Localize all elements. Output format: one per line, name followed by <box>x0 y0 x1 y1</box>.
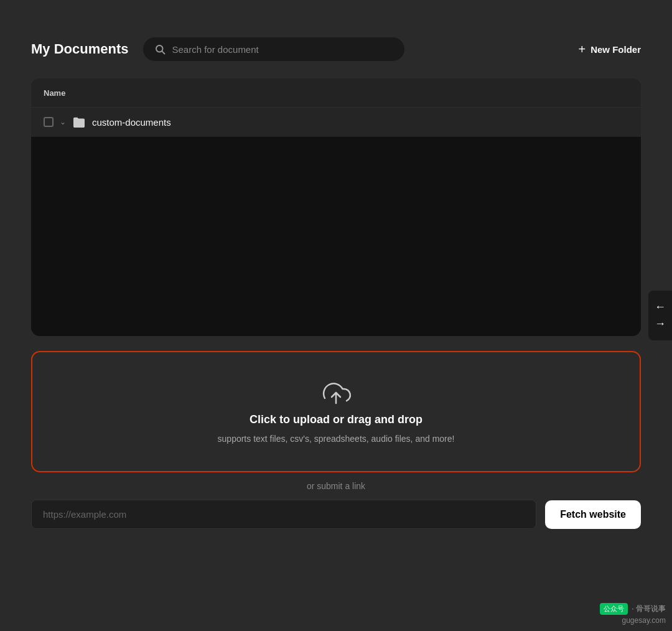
upload-dropzone[interactable]: Click to upload or drag and drop support… <box>35 355 637 469</box>
chevron-down-icon[interactable]: ⌄ <box>60 118 66 126</box>
arrow-right-icon[interactable]: → <box>655 317 666 330</box>
watermark-text1: · 骨哥说事 <box>632 604 666 614</box>
folder-icon <box>72 116 86 128</box>
page-header: My Documents Search for document + New F… <box>31 37 641 61</box>
wechat-badge: 公众号 <box>600 603 628 615</box>
file-browser-header: Name <box>31 78 641 108</box>
watermark-line1: 公众号 · 骨哥说事 <box>600 603 666 615</box>
search-bar[interactable]: Search for document <box>143 37 404 61</box>
new-folder-button[interactable]: + New Folder <box>578 42 641 57</box>
upload-title: Click to upload or drag and drop <box>250 413 422 426</box>
or-divider: or submit a link <box>31 481 641 491</box>
file-browser: Name ⌄ custom-documents <box>31 78 641 336</box>
svg-line-1 <box>162 51 165 54</box>
url-input[interactable] <box>31 500 536 529</box>
search-icon <box>154 44 166 55</box>
upload-cloud-icon <box>320 380 352 406</box>
watermark-line2: gugesay.com <box>622 616 666 625</box>
upload-area-wrapper: Click to upload or drag and drop support… <box>31 351 641 472</box>
folder-checkbox[interactable] <box>44 117 54 127</box>
new-folder-label: New Folder <box>590 44 641 55</box>
upload-subtitle: supports text files, csv's, spreadsheets… <box>218 434 455 444</box>
search-input-placeholder: Search for document <box>172 44 258 55</box>
file-browser-empty-area <box>31 137 641 336</box>
upload-section: Click to upload or drag and drop support… <box>31 351 641 529</box>
page-title: My Documents <box>31 41 128 57</box>
watermark: 公众号 · 骨哥说事 gugesay.com <box>600 603 666 625</box>
column-name-label: Name <box>44 88 65 98</box>
fetch-website-button[interactable]: Fetch website <box>545 500 641 529</box>
plus-icon: + <box>578 42 586 57</box>
folder-name-label: custom-documents <box>92 117 171 128</box>
arrow-left-icon[interactable]: ← <box>655 301 666 314</box>
link-section: Fetch website <box>31 500 641 529</box>
side-arrows-panel: ← → <box>648 291 672 340</box>
folder-row[interactable]: ⌄ custom-documents <box>31 108 641 137</box>
